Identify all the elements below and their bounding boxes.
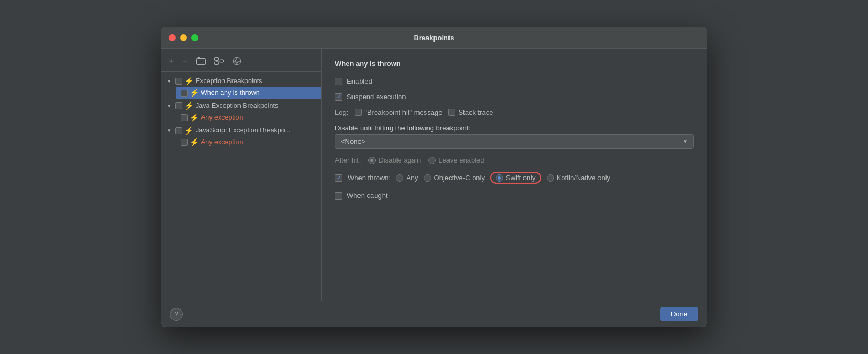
swift-only-option[interactable]: Swift only <box>490 172 541 184</box>
breakpoint-icon: ⚡ <box>184 77 193 85</box>
breakpoints-dialog: Breakpoints + − <box>161 27 707 327</box>
objc-only-label: Objective-C only <box>434 174 485 182</box>
kotlin-native-radio[interactable] <box>547 174 554 182</box>
log-breakpoint-checkbox[interactable] <box>355 109 362 116</box>
group-checkbox[interactable] <box>175 78 182 85</box>
java-exception-breakpoints-group: ▾ ⚡ Java Exception Breakpoints ⚡ Any exc… <box>161 100 321 123</box>
expand-arrow: ▾ <box>166 78 173 85</box>
bottom-bar: ? Done <box>161 301 707 327</box>
after-hit-row: After hit: Disable again Leave enabled <box>335 156 694 164</box>
log-label: Log: <box>335 108 348 116</box>
leave-enabled-radio[interactable] <box>428 157 436 164</box>
group-checkbox[interactable] <box>175 102 182 109</box>
svg-rect-3 <box>220 60 223 62</box>
any-radio[interactable] <box>396 174 403 182</box>
group-label: JavaScript Exception Breakpo... <box>196 127 290 134</box>
javascript-exception-breakpoints-group: ▾ ⚡ JavaScript Exception Breakpo... ⚡ An… <box>161 124 321 148</box>
breakpoint-icon: ⚡ <box>184 101 193 110</box>
java-exception-breakpoints-header[interactable]: ▾ ⚡ Java Exception Breakpoints <box>161 100 321 112</box>
folder-button[interactable] <box>194 56 208 66</box>
disable-label: Disable until hitting the following brea… <box>335 124 694 132</box>
group-checkbox[interactable] <box>175 127 182 134</box>
group-label: Exception Breakpoints <box>196 77 262 85</box>
when-thrown-label: When thrown: <box>348 174 391 182</box>
remove-button[interactable]: − <box>180 55 189 67</box>
dropdown-arrow-icon: ▼ <box>683 138 688 144</box>
dropdown-row: <None> ▼ <box>335 134 694 149</box>
exception-breakpoints-children: ⚡ When any is thrown <box>161 87 321 99</box>
expand-arrow: ▾ <box>166 102 173 109</box>
done-button[interactable]: Done <box>660 307 698 321</box>
log-stack-label: Stack trace <box>458 108 493 116</box>
item-label: Any exception <box>201 138 243 146</box>
breakpoint-icon: ⚡ <box>190 138 199 146</box>
help-button[interactable]: ? <box>170 308 183 321</box>
disable-again-label: Disable again <box>378 156 421 164</box>
when-thrown-row: When thrown: Any Objective-C only Swift … <box>335 172 694 184</box>
breakpoints-tree: ▾ ⚡ Exception Breakpoints ⚡ When any is … <box>161 72 321 297</box>
dialog-title: Breakpoints <box>414 34 454 42</box>
traffic-lights <box>169 34 198 41</box>
disable-again-option[interactable]: Disable again <box>368 156 421 164</box>
minimize-button[interactable] <box>180 34 187 41</box>
title-bar: Breakpoints <box>161 27 707 49</box>
item-checkbox[interactable] <box>181 114 188 121</box>
log-stack-checkbox[interactable] <box>448 109 455 116</box>
enabled-row: Enabled <box>335 77 694 85</box>
dropdown-value: <None> <box>341 137 365 145</box>
enabled-checkbox[interactable] <box>335 78 342 85</box>
when-caught-label: When caught <box>347 191 388 200</box>
maximize-button[interactable] <box>191 34 198 41</box>
leave-enabled-label: Leave enabled <box>438 156 484 164</box>
svg-point-5 <box>235 60 238 63</box>
item-label: Any exception <box>201 114 243 121</box>
log-breakpoint-label: "Breakpoint hit" message <box>364 108 442 116</box>
when-caught-row: When caught <box>335 191 694 200</box>
leave-enabled-option[interactable]: Leave enabled <box>428 156 484 164</box>
log-row: Log: "Breakpoint hit" message Stack trac… <box>335 108 694 116</box>
group-label: Java Exception Breakpoints <box>196 102 278 109</box>
when-any-thrown-item[interactable]: ⚡ When any is thrown <box>176 87 321 99</box>
disable-again-radio[interactable] <box>368 157 376 164</box>
breakpoint-dropdown[interactable]: <None> ▼ <box>335 134 694 149</box>
left-panel: + − <box>161 49 322 301</box>
when-caught-checkbox[interactable] <box>335 192 342 200</box>
exception-breakpoints-header[interactable]: ▾ ⚡ Exception Breakpoints <box>161 75 321 87</box>
svg-rect-2 <box>214 62 218 65</box>
when-thrown-checkbox[interactable] <box>335 174 342 182</box>
item-checkbox[interactable] <box>181 139 188 146</box>
section-title: When any is thrown <box>335 60 694 68</box>
kotlin-native-option[interactable]: Kotlin/Native only <box>547 174 610 182</box>
breakpoint-icon: ⚡ <box>190 88 199 97</box>
enabled-label: Enabled <box>347 77 372 85</box>
objc-only-radio[interactable] <box>424 174 431 182</box>
javascript-exception-breakpoints-children: ⚡ Any exception <box>161 136 321 148</box>
any-option[interactable]: Any <box>396 174 418 182</box>
kotlin-native-label: Kotlin/Native only <box>557 174 610 182</box>
java-exception-breakpoints-children: ⚡ Any exception <box>161 112 321 123</box>
any-exception-java-item[interactable]: ⚡ Any exception <box>176 112 321 123</box>
right-panel: When any is thrown Enabled Suspend execu… <box>322 49 707 301</box>
exception-breakpoints-group: ▾ ⚡ Exception Breakpoints ⚡ When any is … <box>161 75 321 99</box>
group-button[interactable] <box>212 56 226 66</box>
expand-arrow: ▾ <box>166 127 173 134</box>
suspend-checkbox[interactable] <box>335 93 342 101</box>
svg-rect-1 <box>214 58 218 61</box>
after-hit-label: After hit: <box>335 156 361 164</box>
close-button[interactable] <box>169 34 176 41</box>
add-button[interactable]: + <box>167 55 176 67</box>
javascript-exception-breakpoints-header[interactable]: ▾ ⚡ JavaScript Exception Breakpo... <box>161 124 321 136</box>
suspend-row: Suspend execution <box>335 93 694 101</box>
filter-button[interactable] <box>230 56 243 67</box>
any-label: Any <box>406 174 418 182</box>
disable-section: Disable until hitting the following brea… <box>335 124 694 149</box>
item-checkbox[interactable] <box>181 90 188 97</box>
log-breakpoint-option: "Breakpoint hit" message <box>355 108 442 116</box>
objc-only-option[interactable]: Objective-C only <box>424 174 485 182</box>
breakpoint-icon: ⚡ <box>190 113 199 122</box>
item-label: When any is thrown <box>201 89 260 97</box>
swift-only-radio[interactable] <box>496 174 503 182</box>
swift-only-label: Swift only <box>506 174 536 182</box>
toolbar: + − <box>161 53 321 72</box>
any-exception-js-item[interactable]: ⚡ Any exception <box>176 136 321 148</box>
